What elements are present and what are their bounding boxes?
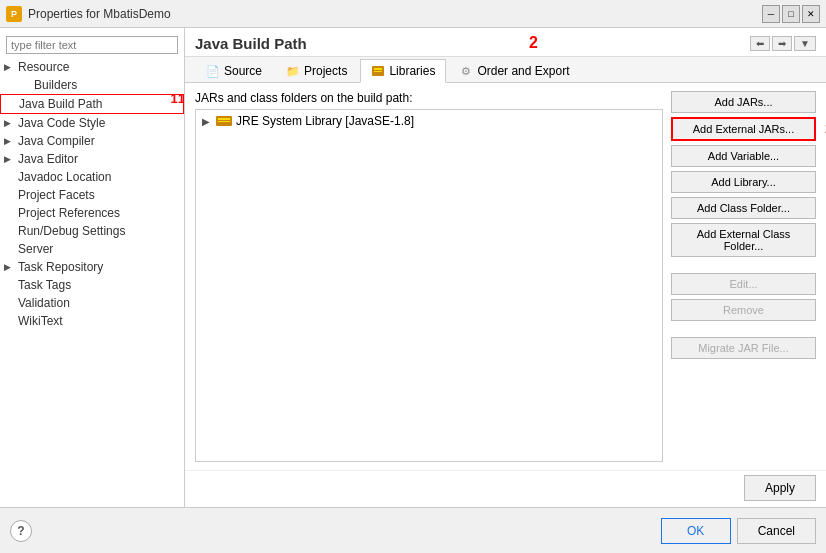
tabs-row: Source Projects Libraries Order and E [185,57,826,83]
apply-button[interactable]: Apply [744,475,816,501]
sidebar-item-java-compiler[interactable]: ▶ Java Compiler [0,132,184,150]
apply-row: Apply [185,470,826,507]
add-jars-button[interactable]: Add JARs... [671,91,816,113]
libraries-tab-icon [371,64,385,78]
tree-item-jre[interactable]: ▶ JRE System Library [JavaSE-1.8] [196,110,662,132]
svg-rect-4 [218,118,230,120]
tab-source[interactable]: Source [195,59,273,82]
left-panel: JARs and class folders on the build path… [195,91,663,462]
sidebar-item-javadoc-location[interactable]: Javadoc Location [0,168,184,186]
window-title: Properties for MbatisDemo [28,7,762,21]
add-external-class-folder-button[interactable]: Add External Class Folder... [671,223,816,257]
content-area: Java Build Path 2 ⬅ ➡ ▼ Source Projects [185,28,826,507]
sidebar-item-project-references[interactable]: Project References [0,204,184,222]
nav-back-button[interactable]: ⬅ [750,36,770,51]
nav-forward-button[interactable]: ➡ [772,36,792,51]
bottom-right-buttons: OK Cancel [661,518,816,544]
svg-rect-2 [374,71,382,72]
nav-menu-button[interactable]: ▼ [794,36,816,51]
maximize-button[interactable]: □ [782,5,800,23]
ok-button[interactable]: OK [661,518,731,544]
add-variable-button[interactable]: Add Variable... [671,145,816,167]
sidebar-item-validation[interactable]: Validation [0,294,184,312]
minimize-button[interactable]: ─ [762,5,780,23]
content-header: Java Build Path 2 ⬅ ➡ ▼ [185,28,826,57]
cancel-button[interactable]: Cancel [737,518,816,544]
sidebar-item-java-build-path[interactable]: Java Build Path 11 [0,94,184,114]
nav-arrows: ⬅ ➡ ▼ [750,36,816,51]
tree-view[interactable]: ▶ JRE System Library [JavaSE-1.8] [195,109,663,462]
sidebar-item-task-tags[interactable]: Task Tags [0,276,184,294]
add-class-folder-button[interactable]: Add Class Folder... [671,197,816,219]
arrow-icon: ▶ [4,62,16,72]
window-controls: ─ □ ✕ [762,5,820,23]
right-buttons: 3 Add JARs... Add External JARs... Add V… [671,91,816,462]
jre-label: JRE System Library [JavaSE-1.8] [236,114,414,128]
edit-button[interactable]: Edit... [671,273,816,295]
add-library-button[interactable]: Add Library... [671,171,816,193]
sidebar-item-task-repository[interactable]: ▶ Task Repository [0,258,184,276]
sidebar-item-java-code-style[interactable]: ▶ Java Code Style [0,114,184,132]
tab-order-export[interactable]: Order and Export [448,59,580,82]
filter-input[interactable] [6,36,178,54]
svg-rect-1 [374,68,382,70]
annotation-2: 2 [529,34,538,52]
arrow-icon: ▶ [4,262,16,272]
tree-arrow-icon: ▶ [202,116,216,127]
tab-libraries[interactable]: Libraries [360,59,446,83]
arrow-icon: ▶ [4,136,16,146]
jre-icon [216,113,232,129]
content-body: JARs and class folders on the build path… [185,83,826,470]
help-button[interactable]: ? [10,520,32,542]
arrow-icon: ▶ [4,118,16,128]
projects-tab-icon [286,64,300,78]
tab-projects[interactable]: Projects [275,59,358,82]
title-bar: P Properties for MbatisDemo ─ □ ✕ [0,0,826,28]
sidebar-item-project-facets[interactable]: Project Facets [0,186,184,204]
sidebar-item-java-editor[interactable]: ▶ Java Editor [0,150,184,168]
source-tab-icon [206,64,220,78]
sidebar-item-resource[interactable]: ▶ Resource [0,58,184,76]
orderexport-tab-icon [459,64,473,78]
remove-button[interactable]: Remove [671,299,816,321]
add-external-jars-button[interactable]: Add External JARs... [671,117,816,141]
close-button[interactable]: ✕ [802,5,820,23]
sidebar-item-wikitext[interactable]: WikiText [0,312,184,330]
sidebar-item-server[interactable]: Server [0,240,184,258]
window-icon: P [6,6,22,22]
main-container: ▶ Resource Builders Java Build Path 11 ▶… [0,28,826,507]
sidebar: ▶ Resource Builders Java Build Path 11 ▶… [0,28,185,507]
migrate-jar-button[interactable]: Migrate JAR File... [671,337,816,359]
page-title: Java Build Path [195,35,307,52]
sidebar-item-run-debug[interactable]: Run/Debug Settings [0,222,184,240]
sidebar-item-builders[interactable]: Builders [0,76,184,94]
jar-description: JARs and class folders on the build path… [195,91,663,105]
svg-rect-5 [218,121,230,122]
annotation-11: 11 [171,91,185,106]
bottom-bar: ? OK Cancel [0,507,826,553]
arrow-icon: ▶ [4,154,16,164]
